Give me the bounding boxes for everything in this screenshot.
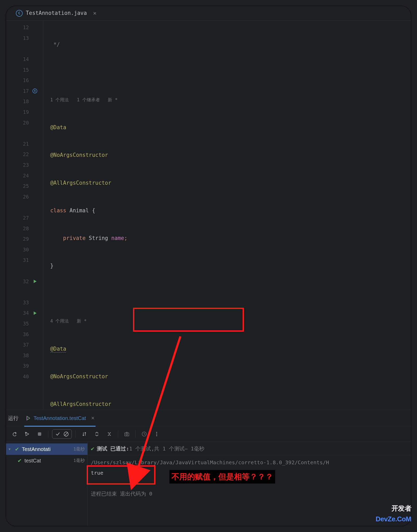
code-area[interactable]: */ 1 个用法 1 个继承者 新 * @Data @NoArgsConstru… [50, 21, 411, 410]
test-pass-icon: ✔ [17, 456, 22, 465]
collapse-all-icon[interactable] [104, 429, 114, 439]
annotation: @NoArgsConstructor [50, 151, 108, 159]
sort-icon[interactable] [79, 429, 89, 439]
show-passed-icon[interactable] [54, 431, 61, 437]
annotation: @AllArgsConstructor [50, 400, 111, 409]
console-output[interactable]: ✔ 测试 已通过: 1 个测试,共 1 个测试 – 1毫秒 /Users/szl… [88, 442, 411, 526]
run-gutter-icon[interactable] [32, 279, 38, 284]
screenshot-icon[interactable] [122, 429, 132, 439]
expand-all-icon[interactable] [92, 429, 102, 439]
test-tree[interactable]: ▾ ✔ TestAnnotati 1毫秒 ✔ testCat 1毫秒 [6, 442, 88, 526]
test-tree-root[interactable]: ▾ ✔ TestAnnotati 1毫秒 [6, 443, 87, 455]
run-config-name: TestAnnotation.testCat [34, 414, 86, 422]
rerun-failed-icon[interactable] [22, 429, 32, 439]
chevron-down-icon[interactable]: ▾ [9, 446, 12, 452]
vcs-stripe [6, 21, 9, 410]
toolwindow-label: 运行 [8, 414, 18, 422]
usage-hint[interactable]: 1 个用法 1 个继承者 新 * [50, 95, 411, 105]
history-icon[interactable] [139, 429, 149, 439]
test-pass-icon: ✔ [15, 445, 19, 453]
svg-point-7 [156, 434, 157, 434]
more-icon[interactable] [152, 429, 162, 439]
test-tree-item[interactable]: ✔ testCat 1毫秒 [6, 455, 87, 466]
override-icon[interactable] [32, 88, 38, 94]
close-tab-icon[interactable]: × [90, 9, 97, 18]
annotation-callout-text: 不用的赋值，但是相等？？？ [169, 470, 275, 484]
indent-guide [39, 21, 50, 410]
console-status-line: ✔ 测试 已通过: 1 个测试,共 1 个测试 – 1毫秒 [91, 443, 411, 454]
code-text: */ [50, 40, 60, 49]
svg-point-8 [156, 435, 157, 436]
run-toolwindow: 运行 TestAnnotation.testCat × [6, 410, 411, 526]
tab-filename: TestAnnotation.java [26, 9, 87, 17]
close-run-tab-icon[interactable]: × [89, 413, 94, 423]
test-toolbar [6, 426, 411, 442]
show-ignored-icon[interactable] [63, 431, 70, 437]
rerun-icon[interactable] [10, 429, 20, 439]
annotation: @NoArgsConstructor [50, 372, 108, 381]
svg-point-4 [126, 433, 128, 435]
console-line: 进程已结束 退出代码为 0 [91, 488, 411, 499]
console-line: /Users/szlsay/Library/Java/JavaVirtualMa… [91, 457, 411, 468]
test-run-icon [25, 415, 31, 421]
svg-point-6 [156, 432, 157, 432]
line-number-gutter: 12 13 14 15 16 17 18 19 20 21 22 23 24 2… [9, 21, 39, 410]
usage-hint[interactable]: 4 个用法 新 * [50, 316, 411, 327]
stop-icon[interactable] [35, 429, 45, 439]
editor-tab[interactable]: C TestAnnotation.java × [15, 6, 98, 20]
check-icon: ✔ [91, 444, 94, 453]
run-gutter-icon[interactable] [32, 310, 38, 316]
annotation: @Data [50, 123, 66, 132]
code-editor[interactable]: 12 13 14 15 16 17 18 19 20 21 22 23 24 2… [6, 21, 411, 410]
editor-tab-bar: C TestAnnotation.java × [6, 6, 411, 21]
annotation: @Data [50, 345, 66, 353]
run-config-tab[interactable]: TestAnnotation.testCat × [24, 409, 96, 427]
annotation: @AllArgsConstructor [50, 179, 111, 187]
svg-rect-1 [38, 432, 41, 436]
class-file-icon: C [16, 10, 23, 17]
toolwindow-tab-bar: 运行 TestAnnotation.testCat × [6, 410, 411, 426]
